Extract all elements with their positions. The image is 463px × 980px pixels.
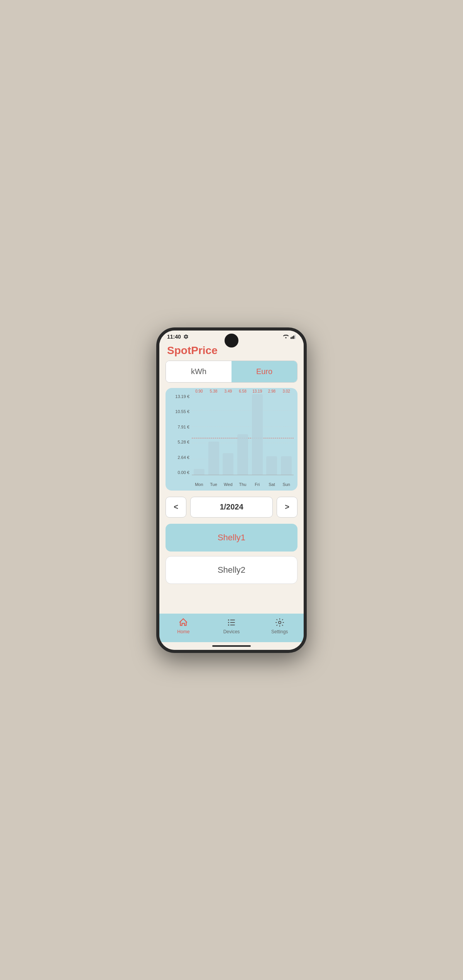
bar-label-mon: 0.90	[195, 389, 203, 393]
bar-sun	[281, 456, 292, 475]
home-icon	[178, 617, 188, 627]
device-shelly2[interactable]: Shelly2	[166, 556, 297, 584]
svg-rect-2	[293, 336, 294, 339]
phone-frame: 11:40 SpotPrice kWh	[156, 327, 307, 653]
svg-rect-1	[292, 336, 293, 339]
status-icons	[283, 334, 296, 339]
app-content: SpotPrice kWh Euro 13.19 € 10.55 € 7.91 …	[159, 341, 304, 614]
gear-icon	[183, 334, 189, 339]
y-label-3: 5.28 €	[169, 440, 192, 444]
app-title: SpotPrice	[167, 344, 218, 356]
bar-label-wed: 3.49	[225, 389, 232, 393]
chart-area: 13.19 € 10.55 € 7.91 € 5.28 € 2.64 € 0.0…	[169, 394, 294, 487]
bar-fri	[252, 394, 263, 475]
x-axis-labels: Mon Tue Wed Thu Fri Sat Sun	[192, 482, 294, 487]
status-time: 11:40	[167, 334, 181, 340]
bar-tue	[208, 442, 219, 474]
y-label-4: 2.64 €	[169, 455, 192, 460]
bar-col-mon: 0.90	[192, 394, 206, 475]
y-label-1: 10.55 €	[169, 409, 192, 414]
device-shelly1[interactable]: Shelly1	[166, 524, 297, 552]
bar-label-sat: 2.98	[268, 389, 275, 393]
svg-point-10	[278, 621, 281, 624]
nav-controls: < 1/2024 >	[166, 497, 297, 518]
bottom-nav: Home Devices Settings	[159, 614, 304, 642]
bar-label-thu: 6.58	[239, 389, 246, 393]
bar-label-tue: 5.38	[210, 389, 217, 393]
bar-label-fri: 13.19	[252, 389, 262, 393]
spacer	[159, 589, 304, 596]
nav-item-home[interactable]: Home	[159, 617, 208, 634]
nav-item-settings[interactable]: Settings	[255, 617, 304, 634]
bar-col-thu: 6.58	[235, 394, 250, 475]
bar-sat	[266, 456, 277, 474]
current-period: 1/2024	[190, 497, 273, 518]
bar-thu	[237, 434, 248, 474]
chart-container: 13.19 € 10.55 € 7.91 € 5.28 € 2.64 € 0.0…	[166, 388, 297, 491]
tab-container: kWh Euro	[166, 361, 297, 383]
devices-icon	[226, 617, 237, 627]
tab-kwh[interactable]: kWh	[166, 361, 231, 382]
svg-point-4	[228, 619, 229, 620]
tab-euro[interactable]: Euro	[231, 361, 297, 382]
x-label-wed: Wed	[221, 482, 235, 487]
settings-icon	[275, 617, 285, 627]
y-label-0: 13.19 €	[169, 394, 192, 399]
bar-col-wed: 3.49	[221, 394, 235, 475]
x-label-fri: Fri	[250, 482, 265, 487]
bar-col-sat: 2.98	[265, 394, 279, 475]
nav-label-devices: Devices	[223, 629, 240, 634]
svg-point-8	[228, 624, 229, 625]
bar-col-sun: 3.02	[279, 394, 294, 475]
signal-icon	[291, 334, 296, 339]
next-button[interactable]: >	[277, 497, 297, 518]
x-label-mon: Mon	[192, 482, 206, 487]
svg-rect-0	[291, 337, 292, 339]
bar-col-fri: 13.19	[250, 394, 265, 475]
x-label-sun: Sun	[279, 482, 294, 487]
bar-wed	[223, 453, 233, 474]
home-indicator	[212, 645, 251, 647]
y-label-2: 7.91 €	[169, 425, 192, 429]
x-label-sat: Sat	[265, 482, 279, 487]
y-axis-labels: 13.19 € 10.55 € 7.91 € 5.28 € 2.64 € 0.0…	[169, 394, 192, 475]
x-label-tue: Tue	[206, 482, 221, 487]
nav-item-devices[interactable]: Devices	[208, 617, 256, 634]
home-indicator-bar	[159, 642, 304, 650]
svg-point-6	[228, 622, 229, 623]
wifi-icon	[283, 334, 289, 339]
nav-label-home: Home	[177, 629, 189, 634]
prev-button[interactable]: <	[166, 497, 186, 518]
camera-notch	[225, 334, 238, 347]
y-label-5: 0.00 €	[169, 470, 192, 475]
svg-rect-3	[295, 334, 296, 339]
bars-container: 0.90 5.38 3.49 6.58	[192, 394, 294, 475]
nav-label-settings: Settings	[271, 629, 288, 634]
bar-label-sun: 3.02	[282, 389, 290, 393]
bar-mon	[194, 469, 204, 474]
x-label-thu: Thu	[235, 482, 250, 487]
bar-col-tue: 5.38	[206, 394, 221, 475]
